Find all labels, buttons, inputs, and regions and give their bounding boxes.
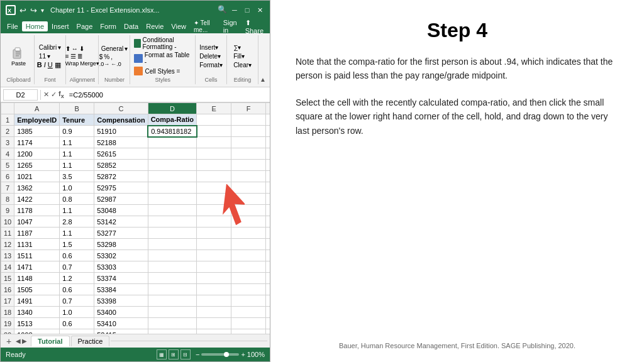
normal-view-icon[interactable]: ▦ bbox=[157, 349, 167, 359]
cell-styles-button[interactable]: Cell Styles = bbox=[145, 68, 180, 75]
cell-G3[interactable] bbox=[266, 137, 270, 148]
cell-D11[interactable] bbox=[148, 228, 196, 239]
confirm-formula-icon[interactable]: ✓ bbox=[51, 90, 57, 99]
cell-E19[interactable] bbox=[197, 318, 231, 329]
cell-B18[interactable]: 1.0 bbox=[60, 307, 94, 318]
menu-data[interactable]: Data bbox=[120, 21, 142, 31]
paste-button[interactable]: Paste bbox=[8, 44, 30, 68]
row-header-18[interactable]: 18 bbox=[1, 307, 14, 318]
increase-decimal-button[interactable]: ←.0 bbox=[111, 61, 121, 67]
cell-B12[interactable]: 1.5 bbox=[60, 239, 94, 250]
font-selector[interactable]: Calibri ▾ bbox=[37, 43, 63, 52]
format-as-table-button[interactable]: Format as Table - bbox=[145, 52, 191, 65]
cell-B19[interactable]: 0.6 bbox=[60, 318, 94, 329]
cell-E3[interactable] bbox=[197, 137, 231, 148]
cell-E8[interactable] bbox=[197, 194, 231, 205]
cell-reference-box[interactable] bbox=[3, 89, 38, 101]
decrease-decimal-button[interactable]: .0→ bbox=[99, 61, 110, 67]
menu-tell-me[interactable]: ✦ Tell me... bbox=[190, 18, 219, 35]
cancel-formula-icon[interactable]: ✕ bbox=[43, 90, 49, 99]
cell-C19[interactable]: 53410 bbox=[94, 318, 148, 329]
cell-E13[interactable] bbox=[197, 250, 231, 261]
cell-B6[interactable]: 3.5 bbox=[60, 171, 94, 182]
col-header-E[interactable]: E bbox=[197, 103, 231, 114]
cell-D18[interactable] bbox=[148, 307, 196, 318]
cell-F19[interactable] bbox=[231, 318, 266, 329]
cell-G7[interactable] bbox=[266, 182, 270, 194]
row-header-10[interactable]: 10 bbox=[1, 216, 14, 228]
menu-form[interactable]: Form bbox=[96, 21, 120, 31]
cell-E4[interactable] bbox=[197, 148, 231, 160]
cell-F1[interactable] bbox=[231, 114, 266, 126]
cell-C2[interactable]: 51910 bbox=[94, 126, 148, 137]
cell-G14[interactable] bbox=[266, 261, 270, 273]
cell-F11[interactable] bbox=[231, 228, 266, 239]
conditional-formatting-button[interactable]: Conditional Formatting - bbox=[143, 36, 191, 50]
cell-D3[interactable] bbox=[148, 137, 196, 148]
row-header-1[interactable]: 1 bbox=[1, 114, 14, 126]
cell-E1[interactable] bbox=[197, 114, 231, 126]
cell-A10[interactable]: 1047 bbox=[14, 216, 60, 228]
menu-insert[interactable]: Insert bbox=[48, 21, 73, 31]
cell-A6[interactable]: 1021 bbox=[14, 171, 60, 182]
cell-G20[interactable] bbox=[266, 329, 270, 334]
align-center-button[interactable]: ☰ bbox=[70, 53, 76, 60]
percent-button[interactable]: % bbox=[104, 53, 109, 60]
cell-E11[interactable] bbox=[197, 228, 231, 239]
row-header-19[interactable]: 19 bbox=[1, 318, 14, 329]
cell-C11[interactable]: 53277 bbox=[94, 228, 148, 239]
cell-G18[interactable] bbox=[266, 307, 270, 318]
cell-E20[interactable] bbox=[197, 329, 231, 334]
cell-G1[interactable] bbox=[266, 114, 270, 126]
cell-B3[interactable]: 1.1 bbox=[60, 137, 94, 148]
cell-F18[interactable] bbox=[231, 307, 266, 318]
sheet-tab-practice[interactable]: Practice bbox=[71, 336, 110, 346]
sheet-scroll-right-button[interactable]: ▶ bbox=[22, 337, 27, 344]
merge-button[interactable]: Merge▾ bbox=[80, 60, 99, 67]
cell-E10[interactable] bbox=[197, 216, 231, 228]
cell-A19[interactable]: 1513 bbox=[14, 318, 60, 329]
cell-G2[interactable] bbox=[266, 126, 270, 137]
cell-B1[interactable]: Tenure bbox=[60, 114, 94, 126]
row-header-16[interactable]: 16 bbox=[1, 284, 14, 295]
cell-F12[interactable] bbox=[231, 239, 266, 250]
row-header-14[interactable]: 14 bbox=[1, 261, 14, 273]
cell-G19[interactable] bbox=[266, 318, 270, 329]
cell-G10[interactable] bbox=[266, 216, 270, 228]
cell-E7[interactable] bbox=[197, 182, 231, 194]
row-header-20[interactable]: 20 bbox=[1, 329, 14, 334]
cell-F2[interactable] bbox=[231, 126, 266, 137]
cell-D14[interactable] bbox=[148, 261, 196, 273]
cell-B5[interactable]: 1.1 bbox=[60, 160, 94, 171]
insert-function-icon[interactable]: fx bbox=[58, 90, 64, 99]
cell-F13[interactable] bbox=[231, 250, 266, 261]
cell-E18[interactable] bbox=[197, 307, 231, 318]
cell-F16[interactable] bbox=[231, 284, 266, 295]
cell-F5[interactable] bbox=[231, 160, 266, 171]
col-header-D[interactable]: D bbox=[148, 103, 196, 114]
cell-A14[interactable]: 1471 bbox=[14, 261, 60, 273]
cell-A4[interactable]: 1200 bbox=[14, 148, 60, 160]
menu-file[interactable]: File bbox=[3, 21, 22, 31]
cell-G13[interactable] bbox=[266, 250, 270, 261]
cell-A16[interactable]: 1505 bbox=[14, 284, 60, 295]
align-top-button[interactable]: ⬆ bbox=[65, 45, 70, 52]
cell-C13[interactable]: 53302 bbox=[94, 250, 148, 261]
col-header-C[interactable]: C bbox=[94, 103, 148, 114]
cell-G9[interactable] bbox=[266, 205, 270, 216]
cell-D7[interactable] bbox=[148, 182, 196, 194]
cell-B11[interactable]: 1.1 bbox=[60, 228, 94, 239]
cell-E9[interactable] bbox=[197, 205, 231, 216]
cell-G15[interactable] bbox=[266, 273, 270, 284]
menu-home[interactable]: Home bbox=[22, 21, 48, 31]
cell-D4[interactable] bbox=[148, 148, 196, 160]
fill-button[interactable]: Fill▾ bbox=[231, 52, 253, 60]
align-left-button[interactable]: ≡ bbox=[65, 53, 69, 60]
col-header-A[interactable]: A bbox=[14, 103, 60, 114]
cell-B8[interactable]: 0.8 bbox=[60, 194, 94, 205]
cell-B10[interactable]: 2.8 bbox=[60, 216, 94, 228]
cell-D1[interactable]: Compa-Ratio bbox=[148, 114, 196, 126]
cell-E15[interactable] bbox=[197, 273, 231, 284]
sheet-tab-tutorial[interactable]: Tutorial bbox=[31, 336, 70, 346]
sheet-scroll-left-button[interactable]: ◀ bbox=[16, 337, 21, 344]
